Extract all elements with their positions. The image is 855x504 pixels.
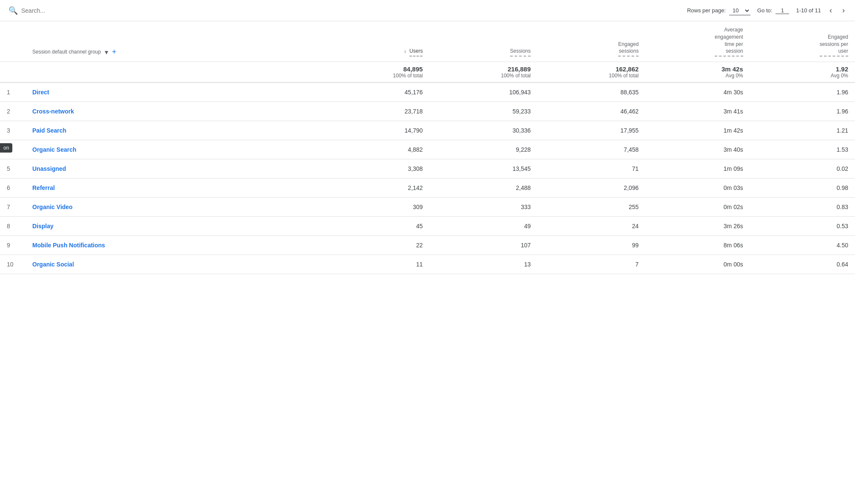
next-page-button[interactable]: › [841, 4, 846, 17]
col-num [0, 21, 26, 62]
row-avg-engagement: 3m 26s [645, 217, 750, 236]
row-engaged-per-user: 0.83 [750, 198, 855, 217]
totals-users-value: 84,895 [329, 65, 423, 73]
row-dimension[interactable]: Referral [26, 178, 322, 198]
col-sessions[interactable]: Sessions [429, 21, 537, 62]
col-users[interactable]: ↓ Users [322, 21, 430, 62]
row-engaged-sessions: 7,458 [537, 140, 645, 159]
col-engaged-sessions[interactable]: Engagedsessions [537, 21, 645, 62]
row-sessions: 13,545 [429, 159, 537, 178]
row-num: 5 [0, 159, 26, 178]
row-engaged-sessions: 255 [537, 198, 645, 217]
col-dimension[interactable]: Session default channel group ▼ + [26, 21, 322, 62]
sessions-header-label: Sessions [510, 48, 531, 57]
row-num: 1 [0, 82, 26, 102]
row-engaged-per-user: 0.98 [750, 178, 855, 198]
row-avg-engagement: 3m 40s [645, 140, 750, 159]
row-num: 8 [0, 217, 26, 236]
row-engaged-per-user: 0.64 [750, 255, 855, 274]
row-users: 45 [322, 217, 430, 236]
row-avg-engagement: 0m 02s [645, 198, 750, 217]
row-dimension[interactable]: Cross-network [26, 102, 322, 121]
row-avg-engagement: 0m 00s [645, 255, 750, 274]
row-engaged-per-user: 0.02 [750, 159, 855, 178]
row-engaged-per-user: 1.53 [750, 140, 855, 159]
search-input[interactable] [21, 7, 106, 14]
row-engaged-per-user: 1.21 [750, 121, 855, 140]
row-users: 45,176 [322, 82, 430, 102]
table-row: 3Paid Search14,79030,33617,9551m 42s1.21 [0, 121, 855, 140]
row-engaged-sessions: 24 [537, 217, 645, 236]
row-users: 3,308 [322, 159, 430, 178]
users-header-label: Users [409, 48, 423, 57]
totals-engaged-per-user-pct: Avg 0% [757, 73, 848, 79]
rows-per-page: Rows per page: 10 25 50 100 [687, 6, 750, 15]
row-avg-engagement: 1m 42s [645, 121, 750, 140]
row-dimension[interactable]: Unassigned [26, 159, 322, 178]
totals-engaged-sessions-value: 162,862 [544, 65, 639, 73]
sort-arrow-icon: ↓ [404, 48, 406, 54]
row-avg-engagement: 0m 03s [645, 178, 750, 198]
table-wrapper: on Session default channel group ▼ + ↓ U [0, 21, 855, 274]
row-num: 3 [0, 121, 26, 140]
goto-input[interactable] [775, 7, 789, 14]
row-num: 2 [0, 102, 26, 121]
row-engaged-sessions: 71 [537, 159, 645, 178]
row-engaged-per-user: 1.96 [750, 102, 855, 121]
totals-row: 84,895 100% of total 216,889 100% of tot… [0, 62, 855, 83]
row-avg-engagement: 8m 06s [645, 236, 750, 255]
row-users: 23,718 [322, 102, 430, 121]
row-sessions: 13 [429, 255, 537, 274]
prev-page-button[interactable]: ‹ [828, 4, 834, 17]
totals-sessions-value: 216,889 [436, 65, 531, 73]
goto-label: Go to: [757, 7, 772, 14]
avg-engagement-header-label: Averageengagementtime persession [715, 26, 743, 57]
row-engaged-per-user: 1.96 [750, 82, 855, 102]
rows-per-page-select[interactable]: 10 25 50 100 [729, 6, 750, 15]
search-icon: 🔍 [9, 6, 18, 15]
totals-engaged-sessions-cell: 162,862 100% of total [537, 62, 645, 83]
row-engaged-sessions: 2,096 [537, 178, 645, 198]
table-row: 7Organic Video3093332550m 02s0.83 [0, 198, 855, 217]
table-row: 10Organic Social111370m 00s0.64 [0, 255, 855, 274]
row-users: 2,142 [322, 178, 430, 198]
dimension-header-label: Session default channel group [32, 48, 101, 56]
row-num: 6 [0, 178, 26, 198]
row-engaged-sessions: 46,462 [537, 102, 645, 121]
row-sessions: 106,943 [429, 82, 537, 102]
table-row: 4Organic Search4,8829,2287,4583m 40s1.53 [0, 140, 855, 159]
totals-sessions-pct: 100% of total [436, 73, 531, 79]
col-engaged-per-user[interactable]: Engagedsessions peruser [750, 21, 855, 62]
row-dimension[interactable]: Organic Social [26, 255, 322, 274]
row-users: 11 [322, 255, 430, 274]
engaged-sessions-header-label: Engagedsessions [618, 41, 639, 57]
row-dimension[interactable]: Direct [26, 82, 322, 102]
dimension-filter-button[interactable]: ▼ [103, 49, 109, 56]
row-sessions: 2,488 [429, 178, 537, 198]
row-num: 9 [0, 236, 26, 255]
row-sessions: 49 [429, 217, 537, 236]
goto-container: Go to: [757, 7, 789, 14]
row-avg-engagement: 1m 09s [645, 159, 750, 178]
row-dimension[interactable]: Display [26, 217, 322, 236]
row-dimension[interactable]: Mobile Push Notifications [26, 236, 322, 255]
row-dimension[interactable]: Paid Search [26, 121, 322, 140]
add-dimension-button[interactable]: + [112, 48, 116, 57]
totals-avg-engagement-pct: Avg 0% [652, 73, 743, 79]
totals-engaged-sessions-pct: 100% of total [544, 73, 639, 79]
row-users: 22 [322, 236, 430, 255]
table-row: 6Referral2,1422,4882,0960m 03s0.98 [0, 178, 855, 198]
row-dimension[interactable]: Organic Search [26, 140, 322, 159]
row-sessions: 30,336 [429, 121, 537, 140]
table-row: 8Display4549243m 26s0.53 [0, 217, 855, 236]
totals-num-cell [0, 62, 26, 83]
totals-users-cell: 84,895 100% of total [322, 62, 430, 83]
table-header-row: Session default channel group ▼ + ↓ User… [0, 21, 855, 62]
col-avg-engagement[interactable]: Averageengagementtime persession [645, 21, 750, 62]
row-sessions: 9,228 [429, 140, 537, 159]
row-sessions: 59,233 [429, 102, 537, 121]
row-sessions: 333 [429, 198, 537, 217]
row-users: 4,882 [322, 140, 430, 159]
row-dimension[interactable]: Organic Video [26, 198, 322, 217]
totals-engaged-per-user-cell: 1.92 Avg 0% [750, 62, 855, 83]
